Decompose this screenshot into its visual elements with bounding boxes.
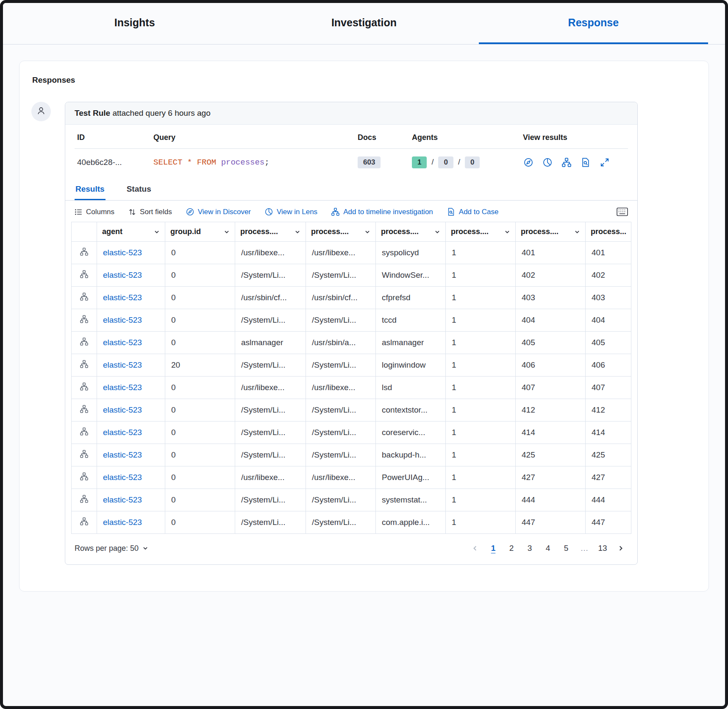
column-header-label: agent xyxy=(102,227,122,236)
grid-cell: /System/Li... xyxy=(235,511,306,534)
agents-not-responded-badge: 0 xyxy=(438,156,453,168)
open-analyzer-button[interactable] xyxy=(72,264,97,287)
grid-cell: 401 xyxy=(586,242,631,264)
column-header-process-4[interactable]: process.... xyxy=(446,222,516,242)
columns-list-icon xyxy=(75,208,82,216)
keyboard-shortcuts-button[interactable] xyxy=(617,207,628,216)
column-header-process-3[interactable]: process.... xyxy=(376,222,446,242)
open-analyzer-button[interactable] xyxy=(72,287,97,309)
grid-cell: 425 xyxy=(586,444,631,466)
tab-results[interactable]: Results xyxy=(75,178,106,200)
columns-button[interactable]: Columns xyxy=(75,208,114,216)
open-analyzer-button[interactable] xyxy=(72,466,97,489)
rule-name: Test Rule xyxy=(75,109,110,117)
add-to-timeline-toolbar-button[interactable]: Add to timeline investigation xyxy=(331,208,433,216)
pagination-page-button[interactable]: 13 xyxy=(595,542,610,555)
chevron-down-icon xyxy=(224,229,230,235)
table-row: elastic-5230/System/Li.../System/Li...ba… xyxy=(72,444,631,466)
table-row: elastic-5230/System/Li.../System/Li...co… xyxy=(72,511,631,534)
pagination-page-button[interactable]: 5 xyxy=(559,542,573,555)
pagination-page-button[interactable]: 1 xyxy=(486,542,500,555)
view-in-lens-button[interactable] xyxy=(542,157,553,168)
open-analyzer-button[interactable] xyxy=(72,354,97,377)
open-analyzer-button[interactable] xyxy=(72,421,97,444)
view-in-lens-toolbar-button[interactable]: View in Lens xyxy=(265,208,317,216)
analyzer-nodes-icon xyxy=(80,517,88,525)
sort-icon xyxy=(128,208,136,216)
pagination-pages: 12345…13 xyxy=(486,542,610,555)
column-header-process-5[interactable]: process.... xyxy=(516,222,586,242)
results-grid: agent group.id process.... process.... p… xyxy=(71,222,631,534)
results-grid-wrapper: agent group.id process.... process.... p… xyxy=(65,222,637,534)
agent-link[interactable]: elastic-523 xyxy=(97,421,165,444)
grid-cell: /System/Li... xyxy=(306,444,376,466)
grid-cell: 404 xyxy=(586,309,631,332)
analyzer-nodes-icon xyxy=(80,293,88,301)
meta-label-row: ID Query Docs Agents View results xyxy=(75,125,628,149)
grid-cell: 0 xyxy=(165,309,235,332)
view-in-discover-toolbar-button[interactable]: View in Discover xyxy=(186,208,251,216)
column-header-process-6[interactable]: process... xyxy=(586,222,631,242)
open-analyzer-button[interactable] xyxy=(72,489,97,511)
sort-fields-button-label: Sort fields xyxy=(140,208,172,216)
tab-insights[interactable]: Insights xyxy=(20,3,249,44)
tab-response[interactable]: Response xyxy=(479,3,708,44)
grid-cell: /usr/sbin/cf... xyxy=(235,287,306,309)
grid-cell: /System/Li... xyxy=(235,399,306,421)
add-to-timeline-button[interactable] xyxy=(561,157,572,168)
open-analyzer-button[interactable] xyxy=(72,399,97,421)
view-in-discover-button[interactable] xyxy=(523,157,534,168)
table-row: elastic-5230/System/Li.../System/Li...co… xyxy=(72,399,631,421)
agent-link[interactable]: elastic-523 xyxy=(97,354,165,377)
column-header-label: process.... xyxy=(240,227,278,236)
column-header-process-2[interactable]: process.... xyxy=(306,222,376,242)
sql-star: * xyxy=(187,158,192,167)
table-row: elastic-5230/System/Li.../System/Li...tc… xyxy=(72,309,631,332)
tab-investigation[interactable]: Investigation xyxy=(249,3,478,44)
add-to-case-toolbar-button[interactable]: Add to Case xyxy=(447,208,499,216)
open-analyzer-button[interactable] xyxy=(72,377,97,399)
grid-cell: /usr/libexe... xyxy=(235,377,306,399)
grid-cell: 405 xyxy=(516,332,586,354)
agent-link[interactable]: elastic-523 xyxy=(97,489,165,511)
open-analyzer-button[interactable] xyxy=(72,309,97,332)
results-grid-head: agent group.id process.... process.... p… xyxy=(72,222,631,242)
open-analyzer-button[interactable] xyxy=(72,511,97,534)
lens-icon xyxy=(265,208,273,216)
column-header-process-1[interactable]: process.... xyxy=(235,222,306,242)
agent-link[interactable]: elastic-523 xyxy=(97,511,165,534)
open-analyzer-button[interactable] xyxy=(72,242,97,264)
previous-page-button[interactable] xyxy=(468,545,482,552)
agent-link[interactable]: elastic-523 xyxy=(97,264,165,287)
agents-separator: / xyxy=(431,158,433,166)
results-status-tabs: Results Status xyxy=(65,178,637,201)
next-page-button[interactable] xyxy=(614,545,628,552)
agent-link[interactable]: elastic-523 xyxy=(97,399,165,421)
column-header-group-id[interactable]: group.id xyxy=(165,222,235,242)
tab-status[interactable]: Status xyxy=(126,178,152,200)
sort-fields-button[interactable]: Sort fields xyxy=(128,208,172,216)
expand-results-button[interactable] xyxy=(599,157,610,168)
add-to-case-button[interactable] xyxy=(580,157,591,168)
pagination-page-button[interactable]: 4 xyxy=(541,542,555,555)
view-results-column-label: View results xyxy=(520,125,628,148)
agent-link[interactable]: elastic-523 xyxy=(97,444,165,466)
pagination-page-button[interactable]: 3 xyxy=(522,542,537,555)
grid-cell: 0 xyxy=(165,511,235,534)
agent-link[interactable]: elastic-523 xyxy=(97,287,165,309)
open-analyzer-button[interactable] xyxy=(72,444,97,466)
agent-link[interactable]: elastic-523 xyxy=(97,242,165,264)
agent-link[interactable]: elastic-523 xyxy=(97,466,165,489)
discover-compass-icon xyxy=(524,158,533,167)
rows-per-page-button[interactable]: Rows per page: 50 xyxy=(75,544,148,553)
grid-cell: 403 xyxy=(586,287,631,309)
open-analyzer-button[interactable] xyxy=(72,332,97,354)
agent-link[interactable]: elastic-523 xyxy=(97,332,165,354)
agent-link[interactable]: elastic-523 xyxy=(97,309,165,332)
column-header-agent[interactable]: agent xyxy=(97,222,165,242)
agent-link[interactable]: elastic-523 xyxy=(97,377,165,399)
column-header-label: group.id xyxy=(170,227,201,236)
grid-cell: 0 xyxy=(165,399,235,421)
sql-semicolon: ; xyxy=(264,158,269,167)
pagination-page-button[interactable]: 2 xyxy=(504,542,519,555)
